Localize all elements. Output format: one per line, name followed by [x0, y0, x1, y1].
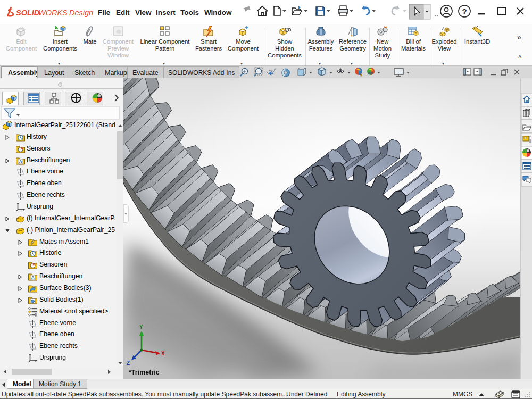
svg-text:A: A — [31, 275, 35, 280]
svg-text:A: A — [19, 159, 23, 164]
svg-text:X: X — [161, 351, 165, 356]
svg-text:Design: Design — [69, 9, 93, 17]
svg-text:SOLID: SOLID — [16, 9, 40, 17]
svg-text:Y: Y — [139, 324, 143, 330]
svg-text:Z: Z — [127, 360, 130, 366]
svg-text:?: ? — [462, 7, 467, 16]
svg-text:WORKS: WORKS — [38, 9, 68, 17]
